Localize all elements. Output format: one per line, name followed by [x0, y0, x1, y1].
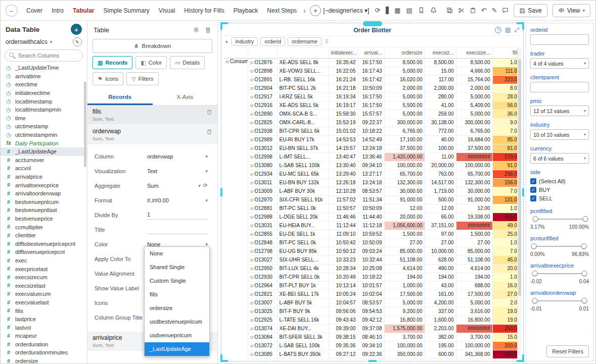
ordersize-cell[interactable]: 5,000.00 [384, 92, 425, 101]
column-list-item[interactable]: #lastvol [1, 323, 87, 332]
initialexectime-cell[interactable]: 10:20:49 [329, 273, 358, 281]
execsize-cell[interactable]: 100.00 [425, 144, 456, 152]
dropdown-item[interactable]: usdbestvenuepnlcum [145, 315, 209, 329]
dropdown-item[interactable]: ordersize [145, 301, 209, 315]
arrivaltime-cell[interactable]: 16:17:50 [358, 58, 384, 67]
ordersize-cell[interactable]: 1,575,000.00 [384, 324, 425, 333]
column-list-item[interactable]: #arrivaltoexecprice [1, 181, 87, 189]
collapse-icon[interactable]: ⊟ [250, 215, 254, 220]
arrivaltime-cell[interactable]: 11:44:40 [358, 213, 384, 221]
orderid-cell[interactable]: ⊟O13011 [248, 178, 277, 187]
filter-select[interactable]: 10 of 10 values▾ [530, 129, 589, 140]
arrivaltime-cell[interactable]: 10:50:09 [358, 84, 384, 92]
ordername-cell[interactable]: L-BATS BUY 350k [277, 350, 329, 358]
column-header[interactable] [277, 48, 329, 58]
execsize-cell[interactable]: 40.00 [425, 135, 456, 144]
collapse-icon[interactable]: ⊟ [250, 258, 254, 263]
orderid-cell[interactable]: ⊟O12798 [248, 247, 277, 255]
column-list-item[interactable]: #execsizelast [1, 281, 87, 290]
ordersize-cell[interactable]: 85,000.00 [384, 247, 425, 255]
ordername-cell[interactable]: BIT-CPR SELL 6k [277, 127, 329, 135]
slider-thumb-high[interactable] [581, 243, 586, 249]
ordername-cell[interactable]: SIX-CFR SELL 91k [277, 195, 329, 204]
pause-icon[interactable] [386, 7, 389, 14]
execsize-cell[interactable]: 14,517.00 [425, 178, 456, 187]
column-header-execsize[interactable]: execsize... [456, 48, 492, 58]
execsizecum-cell[interactable]: 5,409.00 [456, 101, 492, 110]
column-list-item[interactable]: ◷time [1, 114, 87, 123]
edit-pencil-icon[interactable]: ✎ [491, 7, 497, 14]
arrivaltime-cell[interactable]: 10:32:44 [358, 255, 384, 264]
orderid-cell[interactable]: ⊟O12988 [248, 213, 277, 221]
orderid-cell[interactable]: ⊟O13012 [248, 144, 277, 152]
initialexectime-cell[interactable]: 14:53:53 [329, 135, 358, 144]
collapse-icon[interactable]: ⊟ [250, 224, 254, 228]
collapse-icon[interactable]: ⊟ [250, 61, 254, 65]
execsizecum-cell[interactable]: 4,614.00 [456, 264, 492, 273]
initialexectime-cell[interactable]: 10:50:12 [329, 247, 358, 255]
execsizecum-cell[interactable]: 37,500.00 [456, 144, 492, 152]
order-blotter-widget[interactable]: Order Blotter ? ▤ ⤢ ▾ industryorderidord… [223, 25, 521, 359]
orderid-cell[interactable]: ⊟O12821 [248, 290, 277, 298]
ordersize-cell[interactable]: 1,500.00 [384, 230, 425, 238]
arrivaltime-cell[interactable]: 09:03:24 [358, 247, 384, 255]
execsize-cell[interactable]: 337.00 [425, 307, 456, 316]
collapse-icon[interactable]: ⊟ [250, 78, 254, 82]
column-header-execsiz[interactable]: execsiz... [425, 48, 456, 58]
orderid-cell[interactable]: ⊟O12825 [248, 118, 277, 127]
arrivaltime-cell[interactable]: 08:53:57 [358, 298, 384, 307]
comment-icon[interactable] [502, 7, 509, 14]
arrivaltime-cell[interactable]: 09:34:10 [358, 161, 384, 170]
divide-by-input[interactable]: 1 [147, 211, 208, 220]
ordername-cell[interactable]: L-ABF BUY 5k [277, 298, 329, 307]
filters-button[interactable]: ▽Filters [126, 72, 158, 85]
orderid-cell[interactable]: ⊟O12930 [248, 273, 277, 281]
search-columns-input[interactable] [5, 49, 83, 62]
collapse-icon[interactable]: ⊟ [250, 206, 254, 211]
scrollbar-thumb[interactable] [518, 59, 521, 296]
orderid-cell[interactable]: ⊟O13007 [248, 298, 277, 307]
ordername-cell[interactable]: EU-RI BUY 17k [277, 135, 329, 144]
selection-handle-mid-right[interactable] [522, 188, 524, 196]
scissors-icon[interactable] [458, 7, 465, 14]
column-list-item[interactable]: #bestvenuepnllast [1, 206, 87, 215]
arrivaltime-cell[interactable]: 13:24:18 [358, 178, 384, 187]
filter-text-input[interactable] [530, 34, 589, 45]
help-icon[interactable]: ? [495, 27, 501, 33]
orderid-cell[interactable]: ⊟O12916 [248, 101, 277, 110]
initialexectime-cell[interactable]: 13:30:40 [329, 161, 358, 170]
ordername-cell[interactable]: EU-BN SELL 37k [277, 144, 329, 152]
collapse-icon[interactable]: ⊟ [250, 352, 254, 357]
ordersize-cell[interactable]: 12.00 [384, 204, 425, 213]
execsizecum-cell[interactable]: 17,500.00 [456, 290, 492, 298]
initialexectime-cell[interactable]: 16:19:34 [329, 92, 358, 101]
ordername-cell[interactable]: OMX-CARL-B... [277, 118, 329, 127]
initialexectime-cell[interactable]: 13:26:18 [329, 178, 358, 187]
column-header-arrival[interactable]: arrival... [358, 48, 384, 58]
data-source-selector[interactable]: orderswithcalcs ▾ ✎ [1, 36, 87, 48]
execsize-cell[interactable]: 117.00 [425, 75, 456, 84]
initialexectime-cell[interactable]: 10:33:23 [329, 255, 358, 264]
orderid-cell[interactable]: ⊟O12934 [248, 170, 277, 178]
ordername-cell[interactable]: BIT-SFER SELL 3k [277, 333, 329, 341]
initialexectime-cell[interactable]: 11:12:44 [329, 221, 358, 230]
initialexectime-cell[interactable]: 16:19:17 [329, 101, 358, 110]
execsize-cell[interactable]: 195.00 [425, 341, 456, 350]
execsize-cell[interactable]: 30,138.00 [425, 118, 456, 127]
vertical-scrollbar[interactable] [517, 48, 521, 359]
orderid-cell[interactable]: ⊟O13084 [248, 333, 277, 341]
execsizecum-cell[interactable]: 4,666.00 [456, 67, 492, 75]
collapse-icon[interactable]: ⊟ [250, 189, 254, 194]
execsize-cell[interactable]: 382.00 [425, 333, 456, 341]
execsize-cell[interactable]: 2,000.00 [425, 84, 456, 92]
orderid-cell[interactable]: ⊟O12876 [248, 58, 277, 67]
collapse-icon[interactable]: ⊟ [250, 344, 254, 348]
ordersize-cell[interactable]: 5,000.00 [384, 110, 425, 118]
execsize-cell[interactable]: 194.00 [425, 273, 456, 281]
ordersize-cell[interactable]: 5,000.00 [384, 298, 425, 307]
ordersize-cell[interactable]: 51,108.00 [384, 255, 425, 264]
aggregate-select[interactable]: Sum▾⟳ [147, 182, 208, 189]
arrivaltime-cell[interactable]: 16:17:50 [358, 92, 384, 101]
column-list-item[interactable]: #arrivaltoordervwap [1, 189, 87, 198]
execsize-cell[interactable]: 490.00 [425, 264, 456, 273]
